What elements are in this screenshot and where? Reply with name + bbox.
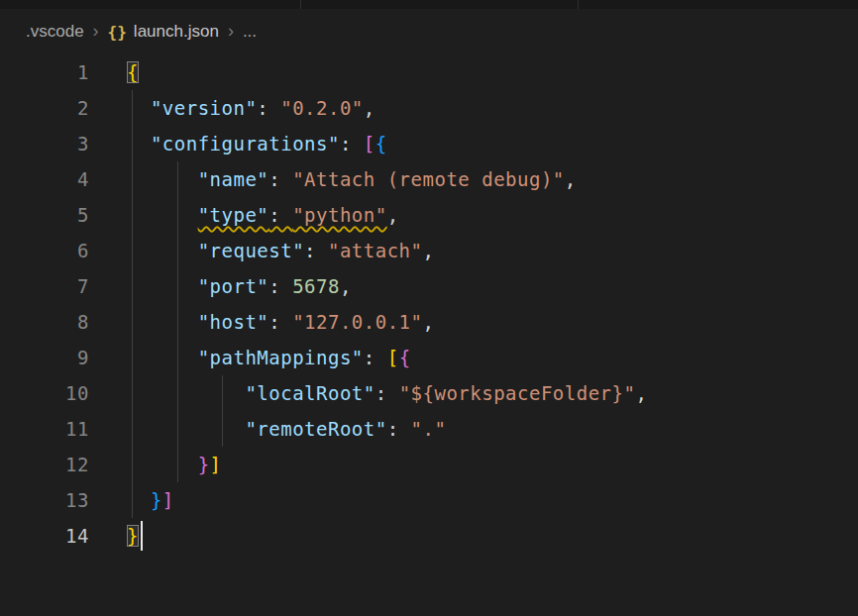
code-line[interactable]: 11 "remoteRoot": ".": [0, 411, 858, 447]
token: "pathMappings": [198, 347, 364, 368]
breadcrumb: .vscode › {} launch.json › ...: [0, 9, 858, 54]
code-content: "pathMappings": [{: [89, 340, 411, 375]
token: [: [387, 347, 399, 368]
token: ,: [423, 311, 435, 333]
line-number[interactable]: 13: [0, 482, 89, 518]
token: ".": [411, 418, 447, 440]
token: "host": [198, 311, 269, 333]
line-number[interactable]: 4: [0, 161, 89, 197]
token: :: [340, 133, 364, 154]
code-content: }]: [89, 447, 222, 482]
code-line[interactable]: 4 "name": "Attach (remote debug)",: [0, 161, 858, 197]
token: [127, 204, 198, 226]
token: ,: [635, 382, 647, 404]
tab-divider: [300, 0, 301, 9]
code-content: {: [89, 54, 139, 90]
token: :: [268, 204, 292, 226]
token: [127, 454, 198, 475]
json-file-icon: {}: [108, 23, 127, 42]
matched-bracket: }: [127, 525, 139, 547]
line-number[interactable]: 3: [0, 126, 89, 161]
token: ]: [162, 489, 174, 511]
token: "remoteRoot": [245, 418, 386, 440]
code-line[interactable]: 6 "request": "attach",: [0, 233, 858, 268]
code-content: "localRoot": "${workspaceFolder}",: [89, 375, 647, 411]
token: [127, 240, 198, 261]
token: :: [364, 347, 387, 368]
line-number[interactable]: 7: [0, 268, 89, 304]
token: "${workspaceFolder}": [399, 382, 636, 404]
code-line[interactable]: 2 "version": "0.2.0",: [0, 90, 858, 126]
token: ,: [364, 97, 375, 119]
breadcrumb-file[interactable]: {} launch.json: [108, 22, 219, 42]
breadcrumb-more[interactable]: ...: [243, 22, 257, 42]
line-number[interactable]: 9: [0, 340, 89, 375]
text-cursor: [141, 521, 144, 551]
token: :: [268, 275, 292, 297]
token: :: [387, 418, 411, 440]
tab-divider: [578, 0, 579, 9]
code-content: }: [89, 518, 143, 554]
code-line[interactable]: 10 "localRoot": "${workspaceFolder}",: [0, 375, 858, 411]
code-area[interactable]: 1{2 "version": "0.2.0",3 "configurations…: [0, 54, 858, 554]
line-number[interactable]: 10: [0, 375, 89, 411]
token: :: [375, 382, 399, 404]
token: ,: [565, 168, 577, 190]
code-line[interactable]: 5 "type": "python",: [0, 197, 858, 233]
token: ,: [340, 275, 352, 297]
token: [: [364, 133, 375, 154]
breadcrumb-folder[interactable]: .vscode: [26, 22, 84, 42]
token: [127, 347, 198, 368]
chevron-right-icon: ›: [93, 21, 99, 42]
line-number[interactable]: 6: [0, 233, 89, 268]
token: [127, 382, 245, 404]
code-line[interactable]: 14}: [0, 518, 858, 554]
token: [127, 418, 245, 440]
code-line[interactable]: 12 }]: [0, 447, 858, 482]
token: ,: [387, 204, 399, 226]
line-number[interactable]: 12: [0, 447, 89, 482]
token: :: [257, 97, 280, 119]
token: [127, 275, 198, 297]
token: ,: [423, 240, 435, 261]
token: "attach": [328, 240, 423, 261]
token: "python": [292, 204, 387, 226]
code-line[interactable]: 8 "host": "127.0.0.1",: [0, 304, 858, 340]
code-line[interactable]: 3 "configurations": [{: [0, 126, 858, 161]
breadcrumb-file-label: launch.json: [134, 22, 219, 42]
token: }: [198, 454, 210, 475]
line-number[interactable]: 14: [0, 518, 89, 554]
line-number[interactable]: 11: [0, 411, 89, 447]
token: "Attach (remote debug)": [292, 168, 565, 190]
token: "type": [198, 204, 269, 226]
token: :: [268, 311, 292, 333]
line-number[interactable]: 1: [0, 54, 89, 90]
code-line[interactable]: 9 "pathMappings": [{: [0, 340, 858, 375]
matched-bracket: {: [127, 61, 139, 83]
line-number[interactable]: 2: [0, 90, 89, 126]
code-line[interactable]: 7 "port": 5678,: [0, 268, 858, 304]
chevron-right-icon: ›: [228, 21, 234, 42]
token: :: [304, 240, 328, 261]
code-content: "type": "python",: [89, 197, 399, 233]
code-content: "name": "Attach (remote debug)",: [89, 161, 577, 197]
token: [127, 133, 151, 154]
line-number[interactable]: 8: [0, 304, 89, 340]
code-content: "request": "attach",: [89, 233, 434, 268]
code-content: "host": "127.0.0.1",: [89, 304, 434, 340]
token: "request": [198, 240, 304, 261]
token: [127, 168, 198, 190]
token: {: [375, 133, 387, 154]
code-line[interactable]: 1{: [0, 54, 858, 90]
code-content: "remoteRoot": ".": [89, 411, 446, 447]
line-number[interactable]: 5: [0, 197, 89, 233]
token: "localRoot": [245, 382, 375, 404]
editor[interactable]: 1{2 "version": "0.2.0",3 "configurations…: [0, 54, 858, 616]
token: [127, 311, 198, 333]
token: 5678: [292, 275, 340, 297]
code-line[interactable]: 13 }]: [0, 482, 858, 518]
code-content: "port": 5678,: [89, 268, 352, 304]
token: }: [151, 489, 162, 511]
token: :: [268, 168, 292, 190]
token: "name": [198, 168, 269, 190]
